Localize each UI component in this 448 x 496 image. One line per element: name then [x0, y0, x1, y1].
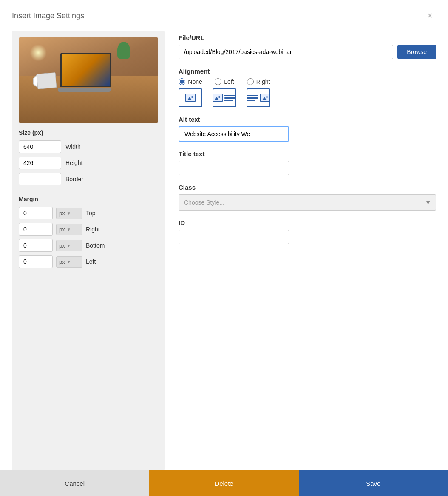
id-input[interactable]: [179, 230, 289, 244]
laptop-base: [58, 88, 111, 92]
margin-left-input[interactable]: [19, 255, 53, 268]
dropdown-arrow-icon: ▼: [67, 243, 71, 248]
right-panel: File/URL Browse Alignment None: [179, 31, 436, 470]
alignment-none-radio-row: None: [179, 78, 202, 85]
file-url-label: File/URL: [179, 34, 436, 41]
browse-button[interactable]: Browse: [397, 45, 436, 59]
title-text-group: Title text: [179, 150, 436, 175]
save-button[interactable]: Save: [299, 470, 448, 496]
delete-button[interactable]: Delete: [149, 470, 298, 496]
id-group: ID: [179, 219, 436, 244]
margin-bottom-label: Bottom: [86, 242, 105, 249]
margin-top-label: Top: [86, 210, 96, 217]
url-input[interactable]: [179, 45, 393, 59]
insert-image-dialog: Insert Image Settings × Size (px): [0, 0, 448, 496]
dropdown-arrow-icon: ▼: [67, 259, 71, 264]
margin-right-label: Right: [86, 226, 100, 233]
title-text-label: Title text: [179, 150, 436, 157]
border-label: Border: [65, 176, 83, 182]
sun-glare: [30, 44, 47, 61]
size-section: Size (px) Width Height Border: [19, 129, 158, 189]
left-panel: Size (px) Width Height Border Margin: [12, 31, 165, 470]
width-row: Width: [19, 140, 158, 153]
height-input[interactable]: [19, 157, 61, 169]
class-group: Class Choose Style... ▼: [179, 184, 436, 211]
notebook: [36, 72, 57, 89]
alt-text-input[interactable]: [179, 126, 289, 142]
border-row: Border: [19, 173, 158, 185]
class-select[interactable]: Choose Style...: [179, 194, 436, 211]
dialog-footer: Cancel Delete Save: [0, 470, 448, 496]
id-label: ID: [179, 219, 436, 226]
file-url-group: File/URL Browse: [179, 34, 436, 59]
dropdown-arrow-icon: ▼: [67, 211, 71, 216]
alignment-left-radio-row: Left: [215, 78, 234, 85]
margin-label: Margin: [19, 196, 158, 202]
size-label: Size (px): [19, 129, 158, 136]
alignment-right-label[interactable]: Right: [256, 78, 270, 85]
plant: [117, 42, 130, 59]
image-preview: [19, 37, 158, 123]
image-placeholder-icon: [185, 94, 196, 102]
margin-section: Margin px ▼ Top px ▼ Right: [19, 196, 158, 271]
alignment-right-radio[interactable]: [247, 78, 254, 85]
alignment-group: Alignment None: [179, 68, 436, 107]
alignment-left-label[interactable]: Left: [224, 78, 234, 85]
alt-text-group: Alt text: [179, 116, 436, 142]
alignment-right-icon: [247, 88, 270, 107]
margin-left-row: px ▼ Left: [19, 255, 158, 268]
height-row: Height: [19, 157, 158, 169]
laptop-screen: [60, 53, 111, 87]
alignment-none-radio[interactable]: [179, 78, 185, 85]
alt-text-label: Alt text: [179, 116, 436, 123]
text-lines-icon: [224, 95, 236, 101]
width-label: Width: [65, 143, 81, 150]
alignment-none-label[interactable]: None: [188, 78, 202, 85]
class-select-wrapper: Choose Style... ▼: [179, 194, 436, 211]
alignment-left-icon: [213, 88, 236, 107]
class-label: Class: [179, 184, 436, 191]
alignment-right-option: Right: [247, 78, 270, 107]
image-placeholder-icon: [260, 94, 270, 102]
alignment-none-option: None: [179, 78, 202, 107]
margin-right-input[interactable]: [19, 223, 53, 236]
alignment-label: Alignment: [179, 68, 436, 75]
dialog-header: Insert Image Settings ×: [0, 0, 448, 26]
margin-left-unit[interactable]: px ▼: [56, 256, 82, 268]
margin-left-label: Left: [86, 258, 96, 265]
url-row: Browse: [179, 45, 436, 59]
margin-bottom-input[interactable]: [19, 239, 53, 252]
close-button[interactable]: ×: [424, 9, 436, 22]
image-placeholder-icon: [213, 94, 223, 102]
dropdown-arrow-icon: ▼: [67, 227, 71, 232]
margin-right-unit[interactable]: px ▼: [56, 224, 82, 235]
margin-top-row: px ▼ Top: [19, 207, 158, 219]
width-input[interactable]: [19, 140, 61, 153]
margin-bottom-row: px ▼ Bottom: [19, 239, 158, 252]
margin-right-row: px ▼ Right: [19, 223, 158, 236]
cancel-button[interactable]: Cancel: [0, 470, 149, 496]
margin-bottom-unit[interactable]: px ▼: [56, 240, 82, 251]
margin-top-unit[interactable]: px ▼: [56, 208, 82, 219]
dialog-title: Insert Image Settings: [12, 11, 84, 20]
text-lines-icon: [247, 95, 258, 101]
alignment-options: None Left: [179, 78, 436, 107]
alignment-none-icon: [179, 88, 202, 107]
dialog-body: Size (px) Width Height Border Margin: [0, 26, 448, 470]
alignment-left-option: Left: [213, 78, 236, 107]
height-label: Height: [65, 160, 82, 166]
margin-top-input[interactable]: [19, 207, 53, 219]
alignment-right-radio-row: Right: [247, 78, 270, 85]
preview-image: [19, 37, 158, 123]
border-input[interactable]: [19, 173, 61, 185]
title-text-input[interactable]: [179, 161, 289, 175]
alignment-left-radio[interactable]: [215, 78, 221, 85]
